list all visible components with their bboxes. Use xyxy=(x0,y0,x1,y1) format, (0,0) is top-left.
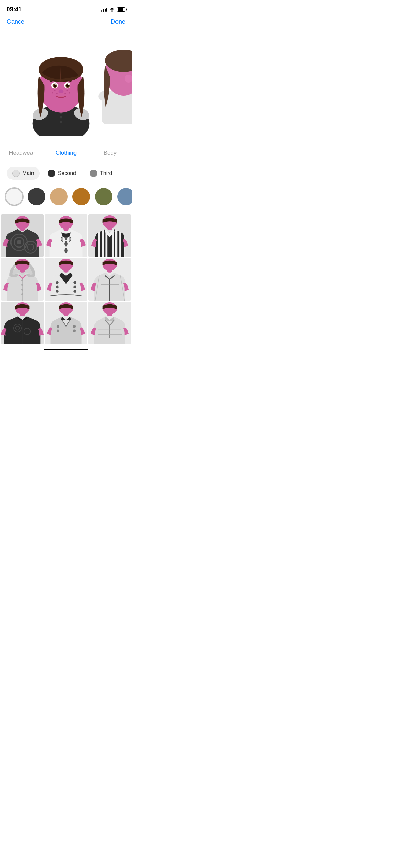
svg-point-66 xyxy=(56,285,59,288)
svg-point-21 xyxy=(55,84,57,85)
svg-point-13 xyxy=(52,92,53,94)
color-mode-main[interactable]: Main xyxy=(7,167,40,180)
svg-point-63 xyxy=(15,259,30,271)
svg-point-14 xyxy=(56,93,58,94)
wifi-icon xyxy=(109,7,115,12)
tab-clothing[interactable]: Clothing xyxy=(44,147,88,161)
color-section: Main Second Third xyxy=(0,161,132,214)
clothing-item-2[interactable] xyxy=(45,214,87,257)
svg-point-93 xyxy=(59,302,73,314)
svg-point-99 xyxy=(103,302,117,314)
status-icons xyxy=(101,7,125,12)
side-avatar-svg xyxy=(98,36,132,124)
svg-point-67 xyxy=(56,290,59,293)
clothing-item-6[interactable] xyxy=(88,258,131,301)
home-indicator xyxy=(0,346,132,352)
svg-point-59 xyxy=(21,284,23,286)
swatch-white[interactable] xyxy=(5,188,23,205)
svg-point-91 xyxy=(73,329,76,332)
signal-icon xyxy=(101,7,107,12)
svg-point-68 xyxy=(73,281,76,284)
svg-point-90 xyxy=(73,325,76,328)
svg-point-12 xyxy=(54,90,56,91)
status-bar: 09:41 xyxy=(0,0,132,17)
svg-point-36 xyxy=(17,240,22,245)
clothing-grid xyxy=(0,214,132,344)
done-button[interactable]: Done xyxy=(111,18,125,25)
svg-rect-50 xyxy=(114,229,115,257)
second-color-dot xyxy=(48,170,55,177)
clothing-item-5[interactable] xyxy=(45,258,87,301)
battery-icon xyxy=(117,7,125,12)
third-color-dot xyxy=(90,170,97,177)
third-mode-label: Third xyxy=(100,170,112,176)
svg-point-65 xyxy=(56,281,59,284)
swatch-blue-gray[interactable] xyxy=(117,188,132,205)
svg-point-17 xyxy=(64,93,66,94)
color-modes: Main Second Third xyxy=(0,167,132,180)
nav-bar: Cancel Done xyxy=(0,17,132,29)
clothing-item-1[interactable] xyxy=(1,214,44,257)
svg-point-88 xyxy=(57,325,59,328)
swatch-olive[interactable] xyxy=(95,188,112,205)
svg-point-16 xyxy=(69,92,70,94)
category-tabs: Headwear Clothing Body xyxy=(0,141,132,161)
clothing-item-4[interactable] xyxy=(1,258,44,301)
clothing-item-9[interactable] xyxy=(88,302,131,344)
svg-rect-47 xyxy=(100,229,102,257)
svg-point-26 xyxy=(59,89,64,93)
home-bar xyxy=(44,349,88,350)
svg-point-69 xyxy=(73,285,76,288)
main-avatar xyxy=(20,35,102,136)
svg-point-60 xyxy=(21,289,23,291)
swatch-tan[interactable] xyxy=(50,188,68,205)
status-time: 09:41 xyxy=(7,6,21,13)
swatch-brown[interactable] xyxy=(72,188,90,205)
main-color-dot xyxy=(12,170,20,177)
tab-headwear[interactable]: Headwear xyxy=(0,147,44,161)
svg-point-79 xyxy=(103,259,117,271)
svg-point-86 xyxy=(15,302,30,314)
cancel-button[interactable]: Cancel xyxy=(7,18,26,25)
svg-rect-48 xyxy=(104,229,106,257)
avatar-area xyxy=(0,29,132,141)
side-avatar xyxy=(98,36,132,124)
svg-point-15 xyxy=(66,90,68,91)
avatar-svg xyxy=(20,35,102,136)
svg-point-72 xyxy=(59,259,73,271)
svg-point-25 xyxy=(68,84,69,85)
svg-point-89 xyxy=(57,329,59,332)
clothing-item-8[interactable] xyxy=(45,302,87,344)
svg-point-70 xyxy=(73,290,76,293)
svg-point-58 xyxy=(21,279,23,281)
color-mode-second[interactable]: Second xyxy=(42,167,82,180)
svg-rect-51 xyxy=(117,229,119,257)
svg-point-5 xyxy=(60,116,62,119)
color-mode-third[interactable]: Third xyxy=(84,167,118,180)
color-swatches xyxy=(0,185,132,211)
swatch-dark-gray[interactable] xyxy=(28,188,45,205)
svg-point-61 xyxy=(21,293,23,295)
tab-body[interactable]: Body xyxy=(88,147,132,161)
svg-point-6 xyxy=(60,121,62,123)
clothing-item-7[interactable] xyxy=(1,302,44,344)
second-mode-label: Second xyxy=(58,170,76,176)
main-mode-label: Main xyxy=(22,170,34,176)
clothing-item-3[interactable] xyxy=(88,214,131,257)
